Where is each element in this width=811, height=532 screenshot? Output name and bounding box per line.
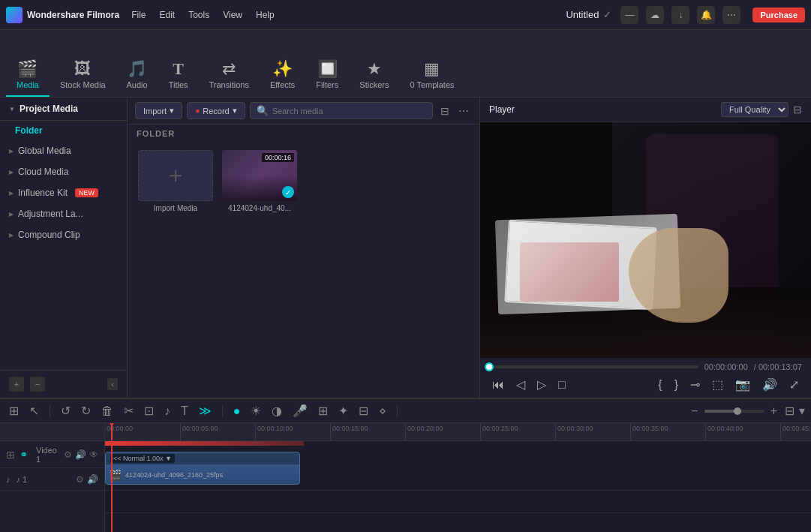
crop-button[interactable]: ⊡ bbox=[141, 402, 157, 419]
import-thumb: + bbox=[138, 150, 213, 201]
menu-file[interactable]: File bbox=[131, 10, 146, 20]
tab-transitions[interactable]: ⇄ Transitions bbox=[199, 31, 260, 97]
redo-button[interactable]: ↻ bbox=[78, 402, 94, 419]
templates-icon: ▦ bbox=[424, 61, 440, 77]
ruler-35: 00:00:35:00 bbox=[630, 423, 705, 440]
tab-media[interactable]: 🎬 Media bbox=[6, 31, 50, 97]
tab-stickers[interactable]: ★ Stickers bbox=[349, 31, 399, 97]
mask-tool[interactable]: ◑ bbox=[269, 402, 285, 419]
snapshot-button[interactable]: 📷 bbox=[732, 376, 753, 393]
zoom-out-button[interactable]: − bbox=[688, 403, 701, 419]
download-btn[interactable]: ↓ bbox=[671, 6, 689, 24]
progress-track[interactable] bbox=[489, 365, 698, 368]
collapse-panel-button[interactable]: ‹ bbox=[107, 378, 118, 390]
auto-sync[interactable]: ⊟ bbox=[356, 402, 371, 419]
quality-select[interactable]: Full Quality bbox=[721, 102, 788, 117]
ruler-20: 00:00:20:00 bbox=[405, 423, 480, 440]
ai-tools-button[interactable]: ● bbox=[230, 403, 244, 419]
import-button[interactable]: Import ▾ bbox=[135, 102, 182, 119]
track-lock-icon[interactable]: 👁 bbox=[89, 449, 98, 460]
filter-icon[interactable]: ⊟ bbox=[437, 104, 452, 119]
delete-folder-icon[interactable]: − bbox=[30, 377, 45, 392]
video-selected-icon: ✓ bbox=[282, 186, 294, 198]
media-item-video[interactable]: 00:00:16 ✓ 4124024-uhd_40... bbox=[222, 150, 297, 212]
cloud-btn[interactable]: ☁ bbox=[646, 6, 664, 24]
preview-controls: 00:00:00:00 / 00:00:13:07 ⏮ ◁ ▷ □ { } ⊸ … bbox=[480, 358, 811, 398]
zoom-controls: − + bbox=[688, 403, 780, 419]
mark-out-button[interactable]: } bbox=[671, 377, 681, 393]
timeline-ruler[interactable]: 00:00:00 00:00:05:00 00:00:10:00 00:00:1… bbox=[105, 423, 811, 441]
menu-edit[interactable]: Edit bbox=[159, 10, 175, 20]
sidebar-item-compound-clip[interactable]: ▶ Compound Clip bbox=[0, 224, 127, 245]
scene-detect[interactable]: ⊞ bbox=[315, 402, 331, 419]
link-track-button[interactable]: ⚭ bbox=[20, 449, 29, 461]
add-folder-icon[interactable]: + bbox=[9, 377, 24, 392]
tab-templates[interactable]: ▦ 0 Templates bbox=[399, 31, 464, 97]
notification-btn[interactable]: 🔔 bbox=[697, 6, 715, 24]
preview-expand-button[interactable]: ⊟ bbox=[793, 104, 802, 116]
step-back-button[interactable]: ◁ bbox=[513, 376, 528, 393]
more-tools-button[interactable]: ≫ bbox=[196, 402, 215, 419]
audio-mute-icon[interactable]: 🔊 bbox=[87, 474, 98, 485]
media-item-import[interactable]: + Import Media bbox=[138, 150, 213, 212]
sidebar-item-cloud-media[interactable]: ▶ Cloud Media bbox=[0, 161, 127, 182]
fullscreen-button[interactable]: ⤢ bbox=[786, 376, 802, 393]
timeline-select-tool[interactable]: ↖ bbox=[26, 402, 42, 419]
menu-view[interactable]: View bbox=[223, 10, 242, 20]
add-track-button[interactable]: ⊞ bbox=[6, 449, 15, 461]
mark-in-button[interactable]: { bbox=[655, 377, 665, 393]
undo-button[interactable]: ↺ bbox=[58, 402, 74, 419]
sidebar-item-global-media[interactable]: ▶ Global Media bbox=[0, 140, 127, 161]
play-button[interactable]: ▷ bbox=[534, 376, 549, 393]
screen-record-button[interactable]: ⬚ bbox=[709, 376, 726, 393]
timeline-cursor-tool[interactable]: ⊞ bbox=[6, 402, 22, 419]
clip-trim-button[interactable]: ⊸ bbox=[687, 376, 703, 393]
voiceover-button[interactable]: 🎤 bbox=[290, 402, 311, 419]
cut-button[interactable]: ✂ bbox=[121, 402, 137, 419]
tab-stock-media[interactable]: 🖼 Stock Media bbox=[50, 31, 116, 97]
ruler-25: 00:00:25:00 bbox=[480, 423, 555, 440]
audio-settings-icon[interactable]: ⚙ bbox=[76, 474, 84, 485]
record-button[interactable]: ● Record ▾ bbox=[187, 102, 245, 119]
menu-tools[interactable]: Tools bbox=[188, 10, 209, 20]
color-tool-button[interactable]: ☀ bbox=[248, 402, 264, 419]
skip-back-button[interactable]: ⏮ bbox=[489, 377, 507, 393]
sidebar-item-folder[interactable]: Folder bbox=[0, 121, 127, 140]
left-panel: ▼ Project Media Folder ▶ Global Media ▶ … bbox=[0, 98, 128, 398]
settings-button[interactable]: ▾ bbox=[799, 404, 805, 418]
stock-icon: 🖼 bbox=[74, 61, 91, 77]
grid-view-button[interactable]: ⊟ bbox=[785, 404, 794, 418]
menu-help[interactable]: Help bbox=[256, 10, 275, 20]
sidebar-item-adjustment-layer[interactable]: ▶ Adjustment La... bbox=[0, 203, 127, 224]
delete-button[interactable]: 🗑 bbox=[98, 403, 116, 419]
tab-filters[interactable]: 🔲 Filters bbox=[305, 31, 349, 97]
track-labels: ⊞ ⚭ Video 1 ⚙ 🔊 👁 ♪ ♪ 1 ⚙ 🔊 bbox=[0, 423, 105, 532]
track-mute-icon[interactable]: 🔊 bbox=[75, 449, 86, 460]
search-input[interactable] bbox=[272, 107, 426, 116]
audio-meter-button[interactable]: 🔊 bbox=[759, 376, 780, 393]
apps-btn[interactable]: ⋯ bbox=[722, 6, 740, 24]
text-button[interactable]: T bbox=[178, 403, 191, 419]
tab-audio[interactable]: 🎵 Audio bbox=[116, 31, 158, 97]
project-media-header: ▼ Project Media bbox=[0, 98, 127, 121]
app-name: Wondershare Filmora bbox=[27, 10, 119, 20]
keyframe-button[interactable]: ⋄ bbox=[376, 402, 389, 419]
ruler-10: 00:00:10:00 bbox=[255, 423, 330, 440]
zoom-slider[interactable] bbox=[704, 410, 764, 413]
minimize-btn[interactable]: — bbox=[620, 6, 638, 24]
project-title: Untitled bbox=[566, 9, 599, 20]
audio-button[interactable]: ♪ bbox=[161, 403, 173, 419]
zoom-in-button[interactable]: + bbox=[767, 403, 780, 419]
track-label-row-audio: ♪ ♪ 1 ⚙ 🔊 bbox=[0, 468, 104, 491]
stop-button[interactable]: □ bbox=[555, 377, 569, 393]
separator3 bbox=[397, 404, 398, 418]
purchase-button[interactable]: Purchase bbox=[752, 8, 805, 23]
more-options-icon[interactable]: ⋯ bbox=[455, 104, 472, 119]
tab-titles[interactable]: T Titles bbox=[158, 31, 199, 97]
video-clip-1[interactable]: << Normal 1.00x ▼ 🎬 4124024-uhd_4096_216… bbox=[105, 452, 300, 485]
sidebar-item-influence-kit[interactable]: ▶ Influence Kit NEW bbox=[0, 182, 127, 203]
tab-effects[interactable]: ✨ Effects bbox=[260, 31, 305, 97]
clip-speed-badge: << Normal 1.00x ▼ bbox=[110, 454, 175, 463]
smart-cutout[interactable]: ✦ bbox=[335, 402, 351, 419]
track-settings-icon[interactable]: ⚙ bbox=[64, 449, 72, 460]
